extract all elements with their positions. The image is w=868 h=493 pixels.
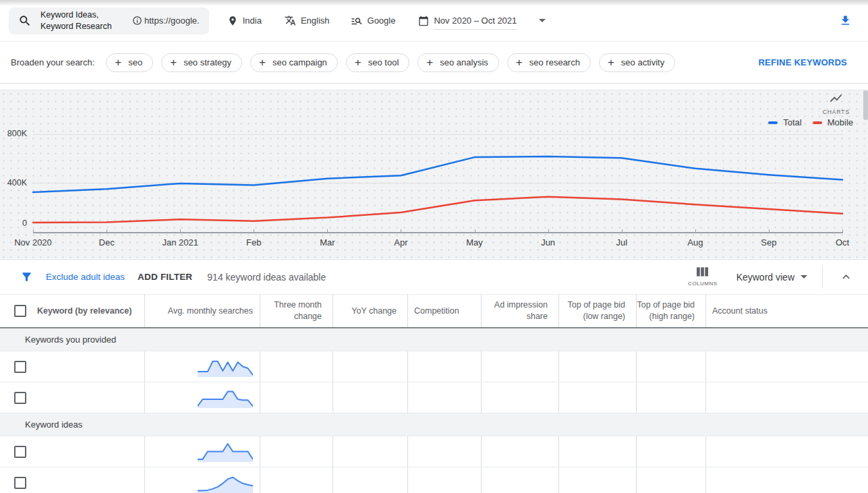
refine-keywords-button[interactable]: REFINE KEYWORDS	[758, 57, 847, 67]
x-axis-tick	[107, 229, 107, 232]
charts-toggle-button[interactable]: CHARTS	[823, 91, 850, 115]
header-top-of-page-bid-low[interactable]: Top of page bid (low range)	[558, 295, 636, 327]
table-section-label: Keywords you provided	[25, 335, 116, 345]
filter-funnel-icon[interactable]	[20, 270, 33, 283]
x-axis-tick-label: Mar	[320, 237, 335, 248]
x-axis-tick	[695, 229, 696, 232]
download-button[interactable]	[839, 14, 852, 27]
info-icon	[132, 16, 142, 26]
topbar: Keyword Ideas, Keyword Research https://…	[0, 0, 868, 42]
plus-icon: +	[115, 57, 121, 68]
location-pin-icon	[227, 16, 238, 26]
legend-item[interactable]: Mobile	[813, 117, 853, 127]
search-trend-sparkline	[198, 442, 253, 462]
x-axis-tick	[475, 229, 475, 232]
language-setting[interactable]: English	[285, 15, 330, 26]
broaden-chip[interactable]: +seo campaign	[250, 53, 338, 72]
x-axis-tick-label: Dec	[99, 237, 115, 248]
table-controls: COLUMNS Keyword view	[688, 266, 868, 288]
row-checkbox[interactable]	[14, 392, 26, 404]
search-trend-sparkline	[198, 473, 253, 493]
trend-line-total	[33, 156, 842, 192]
divider	[822, 266, 823, 288]
translate-icon	[285, 15, 296, 26]
date-range-picker[interactable]: Nov 2020 – Oct 2021	[418, 16, 546, 26]
location-setting[interactable]: India	[227, 16, 262, 26]
calendar-icon	[418, 16, 429, 26]
chart-section: CHARTS TotalMobile 0400K800K Nov 2020Dec…	[0, 84, 868, 260]
chip-label: seo	[128, 57, 142, 67]
header-competition[interactable]: Competition	[407, 295, 481, 327]
chip-label: seo strategy	[183, 57, 231, 67]
filter-toolbar: Exclude adult ideas ADD FILTER 914 keywo…	[0, 260, 868, 295]
scrollbar-thumb[interactable]	[863, 90, 868, 120]
search-icon	[18, 14, 32, 28]
table-section-header: Keywords you provided	[0, 328, 868, 351]
chip-label: seo research	[529, 57, 580, 67]
collapse-panel-button[interactable]	[839, 270, 853, 284]
broaden-chip[interactable]: +seo tool	[346, 53, 409, 72]
download-icon	[839, 14, 852, 27]
add-filter-button[interactable]: ADD FILTER	[138, 272, 192, 282]
view-selector-label: Keyword view	[736, 272, 794, 283]
header-avg-monthly-searches[interactable]: Avg. monthly searches	[144, 295, 260, 327]
results-count-label: 914 keyword ideas available	[207, 272, 326, 283]
network-setting[interactable]: Google	[351, 15, 396, 27]
network-label: Google	[368, 16, 396, 26]
x-axis-tick	[769, 229, 770, 232]
search-trend-sparkline	[198, 357, 253, 377]
x-axis-tick-label: Jan 2021	[162, 237, 198, 248]
legend-swatch	[768, 121, 778, 124]
x-axis-tick	[622, 229, 623, 232]
plus-icon: +	[259, 57, 266, 68]
broaden-chips: +seo+seo strategy+seo campaign+seo tool+…	[106, 53, 675, 72]
columns-button[interactable]: COLUMNS	[688, 267, 718, 287]
plus-icon: +	[355, 57, 361, 68]
legend-item[interactable]: Total	[768, 117, 801, 127]
row-checkbox[interactable]	[14, 477, 26, 489]
chevron-down-icon	[539, 19, 546, 22]
header-three-month-change[interactable]: Three month change	[260, 295, 332, 327]
search-terms-label: Keyword Ideas, Keyword Research	[40, 9, 123, 32]
broaden-chip[interactable]: +seo analysis	[417, 53, 498, 72]
x-axis-tick-label: Oct	[836, 237, 849, 248]
header-keyword[interactable]: Keyword (by relevance)	[31, 295, 144, 327]
header-yoy-change[interactable]: YoY change	[332, 295, 407, 327]
table-row	[0, 467, 868, 493]
charts-button-label: CHARTS	[823, 109, 850, 115]
x-axis-tick-label: Aug	[687, 237, 703, 248]
y-axis-tick-label: 800K	[0, 129, 27, 138]
legend-label: Total	[783, 117, 801, 127]
broaden-search-bar: Broaden your search: +seo+seo strategy+s…	[0, 42, 868, 84]
table-section-header: Keyword ideas	[0, 413, 868, 436]
broaden-chip[interactable]: +seo strategy	[161, 53, 242, 72]
header-ad-impression-share[interactable]: Ad impression share	[481, 295, 558, 327]
table-body: Keywords you providedKeyword ideas	[0, 328, 868, 493]
x-axis-tick-label: Feb	[246, 237, 261, 248]
header-account-status[interactable]: Account status	[705, 295, 868, 327]
location-label: India	[243, 16, 262, 26]
broaden-chip[interactable]: +seo research	[507, 53, 591, 72]
broaden-chip[interactable]: +seo	[106, 53, 153, 72]
select-all-checkbox[interactable]	[14, 305, 26, 317]
site-url-chip[interactable]: https://google.	[132, 16, 200, 26]
language-label: English	[301, 16, 330, 26]
search-network-icon	[351, 15, 363, 27]
exclude-adult-ideas-filter[interactable]: Exclude adult ideas	[46, 272, 125, 282]
x-axis-tick	[842, 229, 843, 232]
x-axis-tick	[548, 229, 549, 232]
chip-label: seo activity	[621, 57, 664, 67]
chip-label: seo analysis	[440, 57, 488, 67]
keyword-search-pill[interactable]: Keyword Ideas, Keyword Research https://…	[9, 7, 209, 34]
row-checkbox[interactable]	[14, 446, 26, 458]
trend-lines-svg	[0, 134, 868, 233]
date-range-label: Nov 2020 – Oct 2021	[434, 16, 517, 30]
table-row	[0, 351, 868, 382]
row-checkbox[interactable]	[14, 361, 26, 373]
x-axis-tick	[401, 229, 401, 232]
header-top-of-page-bid-high[interactable]: Top of page bid (high range)	[636, 295, 705, 327]
table-row	[0, 436, 868, 467]
y-axis-tick-label: 0	[0, 219, 27, 228]
view-selector[interactable]: Keyword view	[736, 272, 807, 283]
broaden-chip[interactable]: +seo activity	[599, 53, 675, 72]
